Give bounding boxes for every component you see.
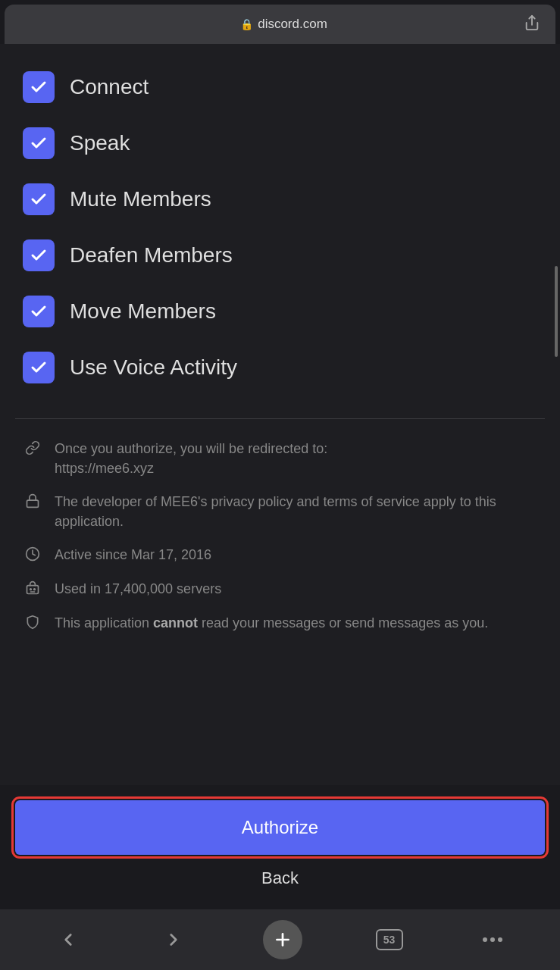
clock-icon bbox=[23, 546, 42, 565]
button-section: Authorize Back bbox=[0, 785, 560, 909]
browser-bar: 🔒 discord.com bbox=[5, 5, 555, 44]
permission-move-members-label: Move Members bbox=[70, 299, 216, 324]
permission-speak: Speak bbox=[23, 115, 537, 171]
servers-text: Used in 17,400,000 servers bbox=[55, 579, 221, 599]
redirect-text: Once you authorize, you will be redirect… bbox=[55, 439, 327, 478]
checkbox-connect[interactable] bbox=[23, 71, 55, 103]
tab-count-button[interactable]: 53 bbox=[376, 929, 403, 950]
shield-icon bbox=[23, 615, 42, 634]
permission-mute-members: Mute Members bbox=[23, 171, 537, 227]
checkbox-speak[interactable] bbox=[23, 127, 55, 159]
checkbox-use-voice-activity[interactable] bbox=[23, 352, 55, 383]
checkbox-deafen-members[interactable] bbox=[23, 239, 55, 271]
link-icon bbox=[23, 440, 42, 459]
active-since-info: Active since Mar 17, 2016 bbox=[23, 545, 537, 565]
cannot-read-text: This application cannot read your messag… bbox=[55, 613, 488, 633]
new-tab-button[interactable] bbox=[263, 920, 302, 959]
address-bar[interactable]: 🔒 discord.com bbox=[47, 17, 521, 32]
svg-point-10 bbox=[490, 937, 495, 942]
lock-icon: 🔒 bbox=[240, 18, 253, 30]
browser-nav: 53 bbox=[0, 909, 560, 970]
permission-connect-label: Connect bbox=[70, 75, 149, 99]
active-since-text: Active since Mar 17, 2016 bbox=[55, 545, 211, 565]
svg-rect-3 bbox=[27, 586, 39, 594]
more-options-button[interactable] bbox=[477, 931, 508, 949]
share-button[interactable] bbox=[521, 11, 543, 38]
bot-icon bbox=[23, 580, 42, 599]
back-button[interactable]: Back bbox=[15, 855, 545, 902]
authorize-button[interactable]: Authorize bbox=[15, 800, 545, 855]
main-content: Connect Speak Mute Members bbox=[0, 44, 560, 785]
privacy-lock-icon bbox=[23, 493, 42, 512]
permission-deafen-members: Deafen Members bbox=[23, 227, 537, 283]
permission-speak-label: Speak bbox=[70, 131, 130, 155]
permission-connect: Connect bbox=[23, 59, 537, 115]
scrollbar[interactable] bbox=[555, 266, 558, 357]
section-divider bbox=[15, 418, 545, 419]
browser-url: discord.com bbox=[258, 17, 327, 32]
servers-info: Used in 17,400,000 servers bbox=[23, 579, 537, 599]
permission-use-voice-activity-label: Use Voice Activity bbox=[70, 355, 237, 380]
permission-use-voice-activity: Use Voice Activity bbox=[23, 340, 537, 396]
privacy-info: The developer of MEE6's privacy policy a… bbox=[23, 492, 537, 531]
cannot-read-info: This application cannot read your messag… bbox=[23, 613, 537, 634]
permissions-list: Connect Speak Mute Members bbox=[0, 44, 560, 411]
permission-mute-members-label: Mute Members bbox=[70, 187, 211, 211]
svg-point-5 bbox=[34, 589, 36, 590]
forward-nav-button[interactable] bbox=[158, 924, 189, 956]
svg-point-11 bbox=[498, 937, 502, 942]
svg-point-4 bbox=[30, 589, 32, 590]
svg-point-9 bbox=[483, 937, 487, 942]
checkbox-move-members[interactable] bbox=[23, 296, 55, 327]
checkbox-mute-members[interactable] bbox=[23, 183, 55, 215]
redirect-info: Once you authorize, you will be redirect… bbox=[23, 439, 537, 478]
info-section: Once you authorize, you will be redirect… bbox=[0, 427, 560, 646]
permission-move-members: Move Members bbox=[23, 283, 537, 340]
privacy-text: The developer of MEE6's privacy policy a… bbox=[55, 492, 537, 531]
back-nav-button[interactable] bbox=[52, 924, 84, 956]
svg-rect-1 bbox=[27, 500, 39, 507]
permission-deafen-members-label: Deafen Members bbox=[70, 243, 233, 268]
